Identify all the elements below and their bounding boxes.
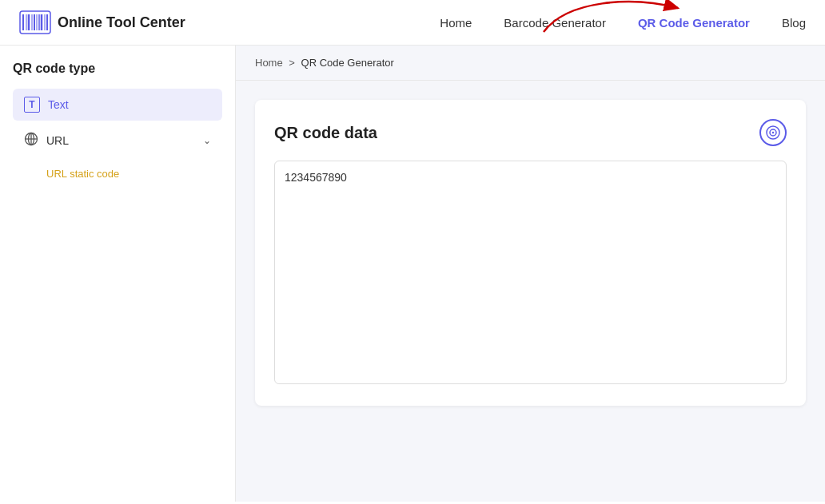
- logo-icon: [19, 10, 51, 35]
- url-static-label: URL static code: [46, 168, 119, 180]
- svg-point-18: [772, 132, 774, 133]
- sidebar-item-url[interactable]: URL ⌄: [13, 124, 222, 157]
- sidebar-item-url-static[interactable]: URL static code: [13, 161, 222, 186]
- breadcrumb: Home > QR Code Generator: [236, 46, 825, 81]
- header: Online Tool Center Home Barcode Generato…: [0, 0, 825, 46]
- chevron-down-icon: ⌄: [203, 135, 211, 146]
- nav-qr[interactable]: QR Code Generator: [638, 16, 750, 30]
- sidebar-title: QR code type: [13, 62, 222, 76]
- sidebar: QR code type T Text URL ⌄ URL static cod…: [0, 46, 236, 502]
- qr-code-card: QR code data 1234567890: [255, 100, 806, 406]
- sidebar-item-text[interactable]: T Text: [13, 89, 222, 121]
- nav-blog[interactable]: Blog: [782, 16, 806, 30]
- content-area: Home > QR Code Generator QR code data 12…: [236, 46, 825, 502]
- nav-barcode[interactable]: Barcode Generator: [504, 16, 606, 30]
- qr-settings-button[interactable]: [759, 119, 787, 146]
- breadcrumb-home[interactable]: Home: [255, 57, 283, 69]
- main-nav: Home Barcode Generator QR Code Generator…: [440, 16, 806, 30]
- card-header: QR code data: [274, 119, 787, 146]
- logo-text: Online Tool Center: [58, 14, 185, 31]
- card-title: QR code data: [274, 124, 377, 142]
- main-layout: QR code type T Text URL ⌄ URL static cod…: [0, 46, 825, 502]
- url-item-label: URL: [46, 134, 69, 147]
- text-type-icon: T: [24, 97, 40, 113]
- text-item-label: Text: [48, 98, 69, 111]
- breadcrumb-current: QR Code Generator: [301, 57, 394, 69]
- nav-home[interactable]: Home: [440, 16, 472, 30]
- logo-area: Online Tool Center: [19, 10, 185, 35]
- url-globe-icon: [24, 132, 38, 149]
- breadcrumb-separator: >: [289, 57, 295, 69]
- qr-data-textarea[interactable]: 1234567890: [274, 161, 787, 384]
